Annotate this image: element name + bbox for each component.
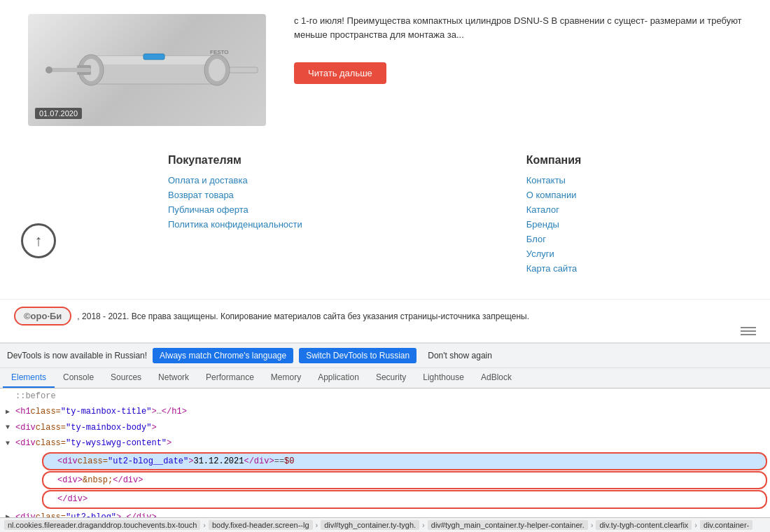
tab-security[interactable]: Security (368, 368, 414, 388)
menu-lines (741, 327, 756, 335)
code-line-before: ::before (0, 388, 770, 404)
breadcrumb-item-1[interactable]: body.fixed-header.screen--lg (209, 520, 313, 530)
company-title: Компания (526, 154, 582, 167)
code-area: ::before ▶ <h1 class= "ty-mainbox-title"… (0, 388, 770, 517)
devtools-notification: DevTools is now available in Russian! Al… (0, 343, 770, 368)
tab-network[interactable]: Network (150, 368, 197, 388)
copyright-text: , 2018 - 2021. Все права защищены. Копир… (77, 312, 529, 321)
switch-to-russian-button[interactable]: Switch DevTools to Russian (299, 348, 416, 363)
toggle-blog[interactable]: ▶ (6, 511, 14, 517)
code-line-close-div: </div> (42, 490, 767, 508)
code-line-date-selected[interactable]: <div class= "ut2-blog__date" > 31.12.202… (42, 452, 767, 470)
product-image-area: FESTO 01.07.2020 (14, 7, 280, 133)
tab-performance[interactable]: Performance (197, 368, 262, 388)
tab-lighthouse[interactable]: Lighthouse (414, 368, 472, 388)
link-catalog[interactable]: Каталог (526, 204, 582, 215)
buyers-column: Покупателям Оплата и доставка Возврат то… (168, 154, 302, 278)
breadcrumb-item-0[interactable]: nl.cookies.filereader.draganddrop.touche… (4, 520, 200, 530)
svg-text:FESTO: FESTO (210, 49, 229, 55)
breadcrumb-item-4[interactable]: div.ty-tygh-content.clearfix (596, 520, 692, 530)
link-brands[interactable]: Бренды (526, 219, 582, 230)
toggle-mainbox[interactable]: ▼ (6, 421, 14, 433)
link-oferta[interactable]: Публичная оферта (168, 204, 302, 215)
footer-copyright: ©оро·Би , 2018 - 2021. Все права защищен… (0, 299, 770, 332)
product-image: FESTO 01.07.2020 (28, 14, 266, 126)
footer-section: Покупателям Оплата и доставка Возврат то… (0, 140, 770, 292)
date-badge: 01.07.2020 (35, 108, 82, 119)
tab-adblock[interactable]: AdBlock (472, 368, 520, 388)
tab-console[interactable]: Console (55, 368, 102, 388)
svg-point-12 (46, 66, 52, 74)
link-oplata[interactable]: Оплата и доставка (168, 175, 302, 186)
cylinder-illustration: FESTO (35, 24, 259, 115)
code-line-h1: ▶ <h1 class= "ty-mainbox-title" > … </h1… (0, 404, 770, 419)
tab-application[interactable]: Application (309, 368, 368, 388)
read-more-button[interactable]: Читать дальше (294, 62, 386, 84)
link-blog[interactable]: Блог (526, 234, 582, 244)
breadcrumb-item-2[interactable]: div#tygh_container.ty-tygh. (321, 520, 419, 530)
tab-memory[interactable]: Memory (262, 368, 309, 388)
svg-point-5 (209, 59, 225, 81)
product-section: FESTO 01.07.2020 с 1-го июля! Преимущест… (0, 0, 770, 140)
link-services[interactable]: Услуги (526, 248, 582, 259)
link-vozvrat[interactable]: Возврат товара (168, 190, 302, 200)
svg-rect-7 (144, 54, 164, 59)
tab-sources[interactable]: Sources (102, 368, 150, 388)
back-to-top-button[interactable] (21, 223, 56, 258)
website-area: FESTO 01.07.2020 с 1-го июля! Преимущест… (0, 0, 770, 343)
notification-message: DevTools is now available in Russian! (7, 351, 147, 360)
code-line-nbsp: <div> &nbsp; </div> (42, 471, 767, 489)
code-main: ::before ▶ <h1 class= "ty-mainbox-title"… (0, 388, 770, 517)
toggle-wysiwyg[interactable]: ▼ (6, 438, 14, 449)
breadcrumb-item-3[interactable]: div#tygh_main_container.ty-helper-contai… (428, 520, 588, 530)
svg-rect-6 (230, 67, 258, 73)
svg-rect-11 (49, 68, 91, 72)
devtools-tabs: Elements Console Sources Network Perform… (0, 368, 770, 388)
code-line-mainbox: ▼ <div class= "ty-mainbox-body" > (0, 420, 770, 435)
match-language-button[interactable]: Always match Chrome's language (153, 348, 293, 363)
breadcrumb-item-5[interactable]: div.container- (700, 520, 752, 530)
link-sitemap[interactable]: Карта сайта (526, 263, 582, 274)
logo-blurred: ©оро·Би (14, 307, 71, 326)
toggle-h1[interactable]: ▶ (6, 406, 14, 418)
dont-show-button[interactable]: Don't show again (422, 348, 498, 363)
product-description: с 1-го июля! Преимущества компактных цил… (294, 14, 742, 41)
link-contacts[interactable]: Контакты (526, 175, 582, 186)
devtools-breadcrumb: nl.cookies.filereader.draganddrop.touche… (0, 517, 770, 532)
code-line-blog: ▶ <div class= "ut2-blog" > … </div> (0, 510, 770, 517)
tab-elements[interactable]: Elements (3, 368, 55, 388)
code-line-wysiwyg: ▼ <div class= "ty-wysiwyg-content" > (0, 435, 770, 451)
devtools-panel: DevTools is now available in Russian! Al… (0, 343, 770, 532)
company-column: Компания Контакты О компании Каталог Бре… (526, 154, 582, 278)
buyers-title: Покупателям (168, 154, 302, 167)
product-text: с 1-го июля! Преимущества компактных цил… (280, 7, 756, 133)
link-privacy[interactable]: Политика конфиденциальности (168, 219, 302, 230)
link-about[interactable]: О компании (526, 190, 582, 200)
